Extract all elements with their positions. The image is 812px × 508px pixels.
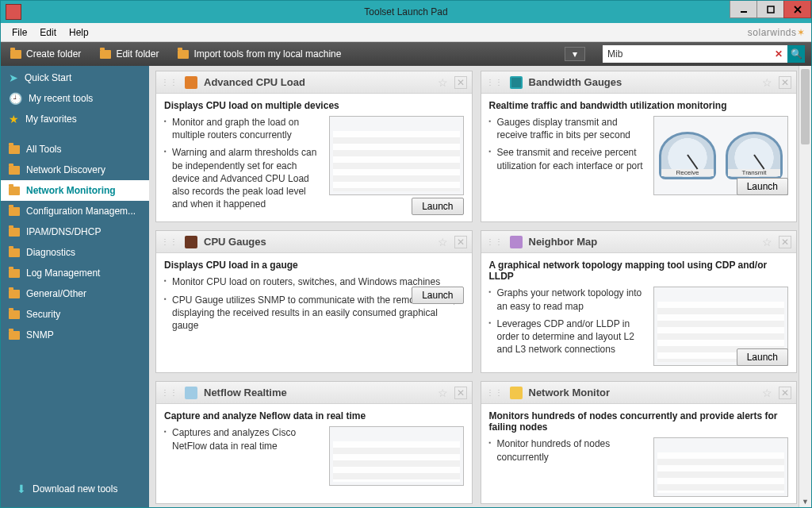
vertical-scrollbar[interactable]: ▲ ▼ xyxy=(799,66,811,507)
scroll-down-icon[interactable]: ▼ xyxy=(799,496,811,507)
card-close-icon[interactable]: ✕ xyxy=(454,76,467,89)
grip-icon[interactable]: ⋮⋮ xyxy=(161,239,178,245)
menubar: File Edit Help solarwinds✶ xyxy=(1,23,811,42)
card-thumbnail xyxy=(329,426,464,486)
favorite-star-icon[interactable]: ☆ xyxy=(762,76,772,89)
card-description: A graphical network topology mapping too… xyxy=(489,260,789,282)
scroll-thumb[interactable] xyxy=(801,69,810,144)
tool-icon xyxy=(510,236,523,248)
tool-card: ⋮⋮Bandwidth Gauges☆✕Realtime traffic and… xyxy=(481,71,798,222)
card-bullets: Monitor CPU load on routers, switches, a… xyxy=(164,275,464,337)
card-title: CPU Gauges xyxy=(204,236,431,248)
sidebar-item-diagnostics[interactable]: Diagnostics xyxy=(1,242,149,263)
grip-icon[interactable]: ⋮⋮ xyxy=(486,79,504,86)
favorite-star-icon[interactable]: ☆ xyxy=(438,387,448,399)
favorite-star-icon[interactable]: ☆ xyxy=(762,387,772,399)
tool-card: ⋮⋮Neighbor Map☆✕A graphical network topo… xyxy=(481,230,798,373)
folder-icon xyxy=(9,187,20,195)
import-tools-label: Import tools from my local machine xyxy=(193,48,341,60)
import-icon xyxy=(178,50,189,59)
sidebar-item-all-tools[interactable]: All Tools xyxy=(1,139,149,160)
search-input[interactable] xyxy=(603,48,770,60)
tool-icon xyxy=(185,387,197,399)
card-description: Monitors hundreds of nodes concurrently … xyxy=(489,410,789,433)
bullet-item: Graphs your network topology into an eas… xyxy=(489,287,646,312)
sidebar-item-log-management[interactable]: Log Management xyxy=(1,263,149,283)
folder-icon xyxy=(9,331,20,340)
sidebar-item-label: Network Discovery xyxy=(26,164,105,175)
sidebar-item-snmp[interactable]: SNMP xyxy=(1,325,149,345)
quickstart-icon: ➤ xyxy=(9,72,18,83)
bullet-item: Gauges display transmit and receive traf… xyxy=(489,116,646,141)
favorite-star-icon[interactable]: ☆ xyxy=(762,236,772,248)
svg-rect-1 xyxy=(768,6,774,13)
sidebar-item-label: General/Other xyxy=(26,288,86,299)
launch-button[interactable]: Launch xyxy=(737,178,788,195)
grip-icon[interactable]: ⋮⋮ xyxy=(486,390,504,396)
tool-icon xyxy=(510,76,523,89)
bullet-item: Monitor hundreds of nodes concurrently xyxy=(489,437,646,463)
card-bullets: Captures and analyzes Cisco NetFlow data… xyxy=(164,426,321,456)
tool-card: ⋮⋮CPU Gauges☆✕Displays CPU load in a gau… xyxy=(155,230,473,373)
search-box: ✕ 🔍 xyxy=(603,45,805,63)
sidebar-item-network-monitoring[interactable]: Network Monitoring xyxy=(1,180,149,201)
sidebar-item-security[interactable]: Security xyxy=(1,304,149,325)
create-folder-button[interactable]: Create folder xyxy=(7,47,84,61)
card-close-icon[interactable]: ✕ xyxy=(454,387,467,399)
sidebar-item-label: Quick Start xyxy=(25,72,71,83)
search-go-button[interactable]: 🔍 xyxy=(787,45,805,63)
folder-icon xyxy=(9,248,20,257)
minimize-button[interactable] xyxy=(730,1,757,18)
grip-icon[interactable]: ⋮⋮ xyxy=(161,79,178,86)
card-description: Displays CPU load on multiple devices xyxy=(164,100,464,111)
grip-icon[interactable]: ⋮⋮ xyxy=(161,390,178,396)
sidebar-item-label: My favorites xyxy=(25,114,77,125)
close-button[interactable] xyxy=(783,1,811,18)
sidebar-item-quick-start[interactable]: ➤Quick Start xyxy=(1,67,149,88)
favorite-star-icon[interactable]: ☆ xyxy=(438,236,448,248)
sidebar-item-label: Security xyxy=(26,309,60,320)
edit-folder-label: Edit folder xyxy=(116,48,159,60)
import-tools-button[interactable]: Import tools from my local machine xyxy=(174,47,344,61)
download-label: Download new tools xyxy=(33,483,117,495)
launch-button[interactable]: Launch xyxy=(412,198,463,215)
folder-icon xyxy=(9,310,20,319)
card-title: Network Monitor xyxy=(529,387,756,398)
tool-icon xyxy=(185,236,197,248)
folder-icon xyxy=(9,269,20,278)
view-dropdown[interactable]: ▾ xyxy=(565,47,585,61)
card-bullets: Gauges display transmit and receive traf… xyxy=(489,116,646,177)
sidebar-item-my-recent-tools[interactable]: 🕘My recent tools xyxy=(1,88,149,109)
maximize-button[interactable] xyxy=(756,1,784,18)
tool-icon xyxy=(510,387,523,399)
menu-file[interactable]: File xyxy=(6,25,33,40)
bullet-item: Captures and analyzes Cisco NetFlow data… xyxy=(164,426,321,452)
launch-button[interactable]: Launch xyxy=(737,348,788,366)
card-description: Capture and analyze Neflow data in real … xyxy=(164,410,464,421)
edit-folder-button[interactable]: Edit folder xyxy=(97,47,162,61)
grip-icon[interactable]: ⋮⋮ xyxy=(486,239,504,245)
download-icon: ⬇ xyxy=(17,483,26,495)
download-new-tools[interactable]: ⬇ Download new tools xyxy=(9,479,141,499)
sidebar-item-my-favorites[interactable]: ★My favorites xyxy=(1,109,149,129)
sidebar-item-label: SNMP xyxy=(26,329,54,341)
sidebar-item-configuration-managem[interactable]: Configuration Managem... xyxy=(1,201,149,221)
card-close-icon[interactable]: ✕ xyxy=(779,76,791,89)
menu-edit[interactable]: Edit xyxy=(33,25,63,40)
card-close-icon[interactable]: ✕ xyxy=(779,387,791,399)
card-bullets: Graphs your network topology into an eas… xyxy=(489,287,646,360)
search-clear-icon[interactable]: ✕ xyxy=(770,48,787,60)
card-bullets: Monitor hundreds of nodes concurrently xyxy=(489,437,646,468)
sidebar-item-network-discovery[interactable]: Network Discovery xyxy=(1,160,149,180)
sidebar-item-general-other[interactable]: General/Other xyxy=(1,283,149,304)
launch-button[interactable]: Launch xyxy=(412,287,463,304)
sidebar-item-ipam-dns-dhcp[interactable]: IPAM/DNS/DHCP xyxy=(1,221,149,242)
favorite-star-icon[interactable]: ☆ xyxy=(438,76,448,89)
card-close-icon[interactable]: ✕ xyxy=(779,236,791,248)
card-close-icon[interactable]: ✕ xyxy=(454,236,467,248)
sidebar-item-label: Configuration Managem... xyxy=(26,206,136,217)
card-bullets: Monitor and graph the load on multiple r… xyxy=(164,116,321,215)
star-icon: ★ xyxy=(9,114,19,125)
menu-help[interactable]: Help xyxy=(63,25,95,40)
app-icon xyxy=(6,4,21,20)
